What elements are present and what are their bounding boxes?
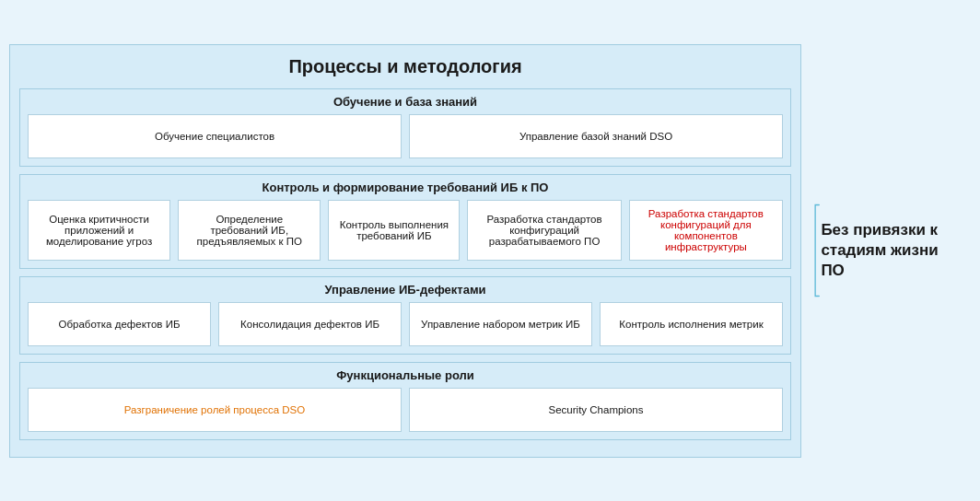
section-control-cards: Оценка критичности приложений и моделиро…: [28, 200, 783, 261]
side-label-inner: Без привязки к стадиям жизни ПО: [812, 158, 960, 343]
section-defects: Управление ИБ-дефектами Обработка дефект…: [19, 276, 791, 355]
section-training: Обучение и база знаний Обучение специали…: [19, 88, 791, 167]
card-control-3: Контроль выполнения требований ИБ: [328, 200, 460, 261]
main-title: Процессы и методология: [19, 52, 791, 81]
outer-wrapper: Процессы и методология Обучение и база з…: [0, 35, 980, 467]
section-defects-title: Управление ИБ-дефектами: [28, 283, 783, 297]
card-defects-2: Консолидация дефектов ИБ: [218, 302, 402, 346]
section-roles-cards: Разграничение ролей процесса DSO Securit…: [28, 388, 783, 432]
side-label: Без привязки к стадиям жизни ПО: [812, 158, 960, 343]
card-training-1: Обучение специалистов: [28, 114, 402, 158]
section-roles: Функциональные роли Разграничение ролей …: [19, 362, 791, 440]
card-defects-1: Обработка дефектов ИБ: [28, 302, 211, 346]
section-training-cards: Обучение специалистов Управление базой з…: [28, 114, 783, 158]
section-defects-cards: Обработка дефектов ИБ Консолидация дефек…: [28, 302, 783, 346]
card-roles-1: Разграничение ролей процесса DSO: [28, 388, 402, 432]
section-control: Контроль и формирование требований ИБ к …: [19, 174, 791, 269]
section-roles-title: Функциональные роли: [28, 368, 783, 382]
card-defects-4: Контроль исполнения метрик: [600, 302, 783, 346]
card-training-2: Управление базой знаний DSO: [409, 114, 783, 158]
main-box: Процессы и методология Обучение и база з…: [9, 44, 801, 458]
card-control-1: Оценка критичности приложений и моделиро…: [28, 200, 170, 261]
bracket-icon: [812, 158, 821, 343]
side-label-text: Без привязки к стадиям жизни ПО: [821, 220, 960, 281]
section-control-title: Контроль и формирование требований ИБ к …: [28, 181, 783, 194]
card-control-5: Разработка стандартов конфигураций для к…: [629, 200, 783, 261]
card-roles-2: Security Champions: [409, 388, 783, 432]
card-defects-3: Управление набором метрик ИБ: [409, 302, 592, 346]
card-control-2: Определение требований ИБ, предъявляемых…: [178, 200, 321, 261]
section-training-title: Обучение и база знаний: [28, 95, 783, 109]
card-control-4: Разработка стандартов конфигураций разра…: [467, 200, 621, 261]
